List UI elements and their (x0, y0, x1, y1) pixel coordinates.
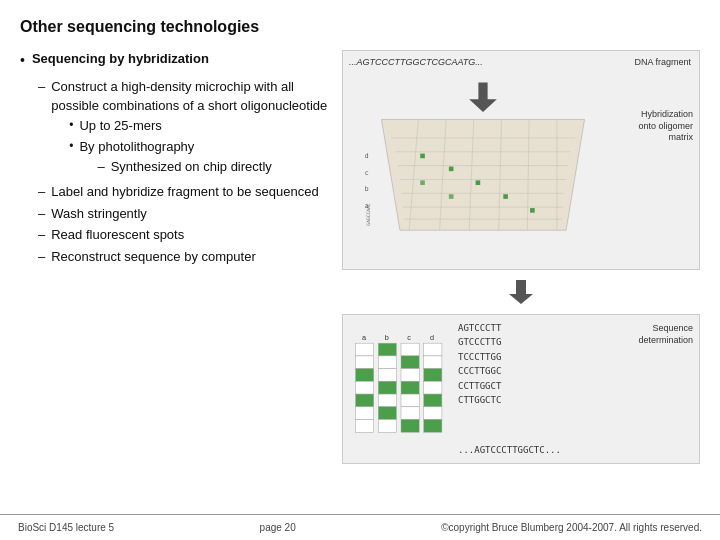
svg-rect-54 (401, 407, 419, 420)
svg-rect-44 (356, 381, 374, 394)
chip-illustration: d c b a GAGCCAAC (363, 81, 603, 241)
svg-rect-25 (449, 194, 454, 199)
sequence-determination-label: Sequencedetermination (638, 323, 693, 346)
svg-rect-35 (424, 343, 442, 356)
dash-3: – (38, 204, 45, 224)
svg-rect-33 (378, 343, 396, 356)
svg-marker-27 (509, 280, 533, 304)
svg-rect-48 (356, 394, 374, 407)
sub-sub-sub-item-1: – Synthesized on chip directly (97, 157, 271, 177)
svg-rect-40 (356, 369, 374, 382)
svg-rect-23 (530, 208, 535, 213)
svg-rect-56 (356, 420, 374, 433)
sub-sub-sub-list: – Synthesized on chip directly (97, 157, 271, 177)
svg-rect-43 (424, 369, 442, 382)
svg-text:GAGCCAAC: GAGCCAAC (366, 203, 371, 225)
sub-sub-list-1: • Up to 25-mers • By photolithography – (69, 116, 330, 179)
footer: BioSci D145 lecture 5 page 20 ©copyright… (0, 514, 720, 540)
svg-rect-32 (356, 343, 374, 356)
svg-rect-24 (420, 180, 425, 185)
footer-course: BioSci D145 lecture 5 (18, 522, 114, 533)
svg-text:a: a (362, 333, 367, 342)
arrow-svg-1 (506, 280, 536, 304)
main-bullet: • Sequencing by hybridization (20, 50, 330, 71)
svg-rect-55 (424, 407, 442, 420)
svg-rect-47 (424, 381, 442, 394)
svg-rect-20 (449, 167, 454, 172)
svg-rect-19 (420, 154, 425, 159)
sub-item-1: – Construct a high-density microchip wit… (38, 77, 330, 181)
sub-item-5-text: Reconstruct sequence by computer (51, 247, 256, 267)
svg-rect-39 (424, 356, 442, 369)
svg-rect-57 (378, 420, 396, 433)
sub-item-4: – Read fluorescent spots (38, 225, 330, 245)
sub-item-5: – Reconstruct sequence by computer (38, 247, 330, 267)
dna-fragment-label: DNA fragment (634, 57, 691, 67)
chip-svg: d c b a GAGCCAAC (363, 81, 603, 241)
sub-sub-item-2: • By photolithography – Synthesized on c… (69, 137, 330, 178)
sequence-list: AGTCCCTT GTCCCTTG TCCCTTGG CCCTTGGC CCTT… (458, 321, 501, 407)
sub-item-3-text: Wash stringently (51, 204, 147, 224)
left-column: • Sequencing by hybridization – Construc… (20, 50, 330, 464)
dash-5: – (38, 247, 45, 267)
slide-title: Other sequencing technologies (20, 18, 700, 36)
svg-rect-38 (401, 356, 419, 369)
svg-rect-22 (503, 194, 508, 199)
footer-page: page 20 (260, 522, 296, 533)
svg-rect-21 (476, 180, 481, 185)
svg-rect-52 (356, 407, 374, 420)
sub-sub-text-2: By photolithography (79, 139, 194, 154)
sub-sub-item-1: • Up to 25-mers (69, 116, 330, 136)
svg-text:c: c (407, 333, 411, 342)
svg-rect-46 (401, 381, 419, 394)
footer-copyright: ©copyright Bruce Blumberg 2004-2007. All… (441, 522, 702, 533)
diagram-bottom: a b c d (342, 314, 700, 464)
synthesized-text: Synthesized on chip directly (111, 157, 272, 177)
svg-text:c: c (365, 169, 369, 177)
svg-rect-49 (378, 394, 396, 407)
svg-rect-42 (401, 369, 419, 382)
slide-container: Other sequencing technologies • Sequenci… (0, 0, 720, 540)
sub-item-2: – Label and hybridize fragment to be seq… (38, 182, 330, 202)
hybridization-label: Hybridizationonto oligomermatrix (638, 109, 693, 144)
grid-svg: a b c d (351, 330, 451, 440)
sub-sub-text-1: Up to 25-mers (79, 116, 161, 136)
dash-sm-1: – (97, 157, 104, 177)
svg-rect-59 (424, 420, 442, 433)
grid-area: a b c d (351, 330, 451, 440)
svg-rect-51 (424, 394, 442, 407)
dna-sequence-label: ...AGTCCCTTGGCTCGCAATG... (349, 57, 483, 67)
sub-item-1-content: Construct a high-density microchip with … (51, 77, 330, 181)
svg-rect-37 (378, 356, 396, 369)
svg-text:b: b (385, 333, 389, 342)
arrow-down-1 (342, 280, 700, 304)
sub-list: – Construct a high-density microchip wit… (38, 77, 330, 267)
svg-rect-41 (378, 369, 396, 382)
svg-rect-50 (401, 394, 419, 407)
sub-item-4-text: Read fluorescent spots (51, 225, 184, 245)
svg-text:b: b (365, 185, 369, 193)
svg-rect-45 (378, 381, 396, 394)
bullet-sm-2: • (69, 137, 73, 155)
dash-4: – (38, 225, 45, 245)
svg-rect-53 (378, 407, 396, 420)
bullet-sm-1: • (69, 116, 73, 134)
svg-text:d: d (430, 333, 434, 342)
bullet-dot: • (20, 51, 25, 71)
svg-rect-34 (401, 343, 419, 356)
sub-item-3: – Wash stringently (38, 204, 330, 224)
dash-2: – (38, 182, 45, 202)
seq-bottom-label: ...AGTCCCTTGGCTC... (458, 445, 561, 455)
svg-marker-1 (381, 119, 584, 230)
svg-marker-0 (469, 83, 497, 113)
main-bullet-text: Sequencing by hybridization (32, 50, 209, 68)
diagram-top: ...AGTCCCTTGGCTCGCAATG... DNA fragment H… (342, 50, 700, 270)
sub-sub-item-2-content: By photolithography – Synthesized on chi… (79, 137, 271, 178)
sub-item-2-text: Label and hybridize fragment to be seque… (51, 182, 318, 202)
svg-rect-36 (356, 356, 374, 369)
content-area: • Sequencing by hybridization – Construc… (20, 50, 700, 464)
svg-text:d: d (365, 152, 369, 160)
dash-1: – (38, 77, 45, 97)
right-column: ...AGTCCCTTGGCTCGCAATG... DNA fragment H… (342, 50, 700, 464)
svg-rect-58 (401, 420, 419, 433)
